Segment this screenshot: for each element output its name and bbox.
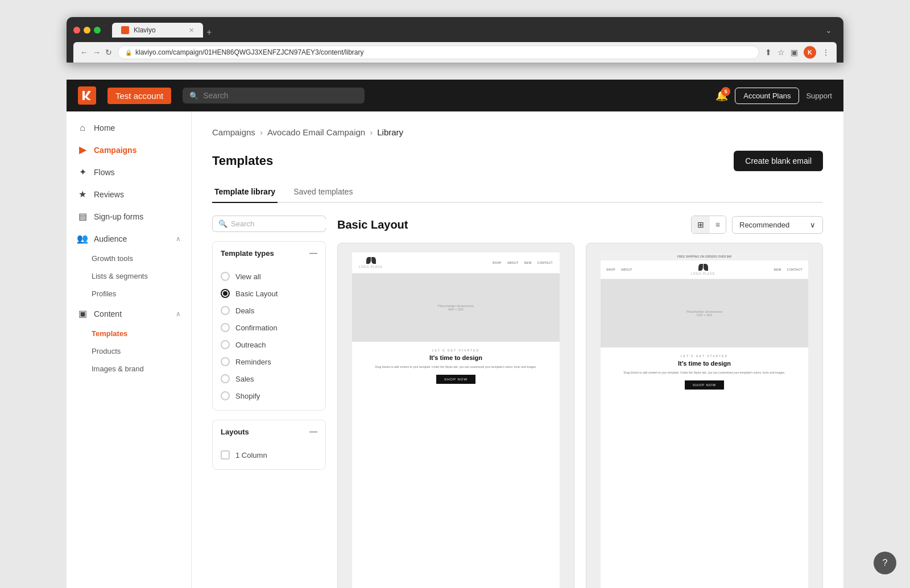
preview-body-text-1: Drag blocks to add content to your templ… [372,365,540,369]
reviews-icon: ★ [77,189,88,200]
logo-leaf-right-2 [704,264,708,271]
layouts-title: Layouts [221,428,249,436]
notifications-button[interactable]: 🔔 5 [715,89,728,102]
preview-body-1: LET'S GET STARTED It's time to design Dr… [352,342,560,588]
sidebar-item-signup-forms[interactable]: ▤ Sign-up forms [67,205,191,227]
refresh-button[interactable]: ↻ [105,48,112,57]
content-chevron: ∧ [176,310,181,318]
radio-outreach [221,340,230,349]
grid-view-button[interactable]: ⊞ [692,216,710,233]
sidebar-item-reviews[interactable]: ★ Reviews [67,183,191,205]
nav-search: 🔍 [183,88,365,103]
account-name[interactable]: Test account [107,88,171,104]
nav-search-input[interactable] [203,91,358,100]
url-bar[interactable]: 🔒 klaviyo.com/campaign/01HEN86QWGJ3XENFZ… [118,45,759,59]
sidebar-item-flows[interactable]: ✦ Flows [67,161,191,183]
filter-option-view-all[interactable]: View all [213,268,325,285]
new-tab-button[interactable]: + [206,27,212,38]
logo-leaf-left [366,257,371,264]
layouts-collapse[interactable]: — [309,427,317,436]
help-button[interactable]: ? [874,552,896,574]
sidebar-item-templates[interactable]: Templates [92,325,191,342]
create-blank-email-button[interactable]: Create blank email [734,151,823,171]
content-area: Campaigns › Avocado Email Campaign › Lib… [192,111,843,588]
sort-dropdown[interactable]: Recommended ∨ [732,216,823,234]
preview-body-2: LET'S GET STARTED It's time to design Dr… [601,347,808,588]
filter-option-sales[interactable]: Sales [213,370,325,387]
tab-template-library[interactable]: Template library [212,181,278,203]
filter-option-reminders[interactable]: Reminders [213,353,325,370]
list-view-button[interactable]: ≡ [710,216,726,233]
nav-search-icon: 🔍 [189,92,198,100]
filter-search-input[interactable] [231,220,326,228]
sort-label: Recommended [739,221,789,229]
sidebar-item-campaigns[interactable]: ▶ Campaigns [67,139,191,161]
preview-eyebrow-1: LET'S GET STARTED [432,349,479,352]
back-button[interactable]: ← [80,48,88,57]
preview-hero-1: Placeholder dimensions600 × 300 [352,274,560,342]
preview-logo-2: LOGO PLACE [691,264,715,275]
filter-option-confirmation[interactable]: Confirmation [213,319,325,336]
sidebar-label-reviews: Reviews [94,190,124,199]
nav-shop-2: SHOP [606,268,615,271]
preview-headline-2: It's time to design [678,360,731,367]
share-icon[interactable]: ⬆ [765,48,772,57]
browser-more-icon[interactable]: ⋮ [822,48,830,57]
bookmark-icon[interactable]: ☆ [777,48,785,57]
layouts-header: Layouts — [213,420,325,443]
template-types-collapse[interactable]: — [309,249,317,258]
breadcrumb-sep-1: › [260,127,263,137]
breadcrumb-campaign-name[interactable]: Avocado Email Campaign [267,127,365,137]
klaviyo-logo[interactable] [78,86,96,105]
filter-option-basic-layout[interactable]: Basic Layout [213,285,325,302]
preview-logo-icon-2 [698,264,708,271]
tab-favicon [121,26,129,34]
account-plans-button[interactable]: Account Plans [735,88,799,104]
maximize-dot[interactable] [94,27,101,34]
grid-controls: ⊞ ≡ Recommended ∨ [691,216,823,234]
notifications-badge: 5 [721,87,730,96]
sidebar-toggle-icon[interactable]: ▣ [791,48,798,57]
sidebar-item-growth-tools[interactable]: Growth tools [92,250,191,267]
sidebar-item-audience[interactable]: 👥 Audience ∧ [67,227,191,250]
sidebar-item-content[interactable]: ▣ Content ∧ [67,303,191,325]
sidebar-item-images-brand[interactable]: Images & brand [92,360,191,378]
flows-icon: ✦ [77,167,88,177]
filter-option-outreach[interactable]: Outreach [213,336,325,353]
browser-menu[interactable]: ⌄ [825,26,837,35]
minimize-dot[interactable] [84,27,90,34]
sidebar-item-lists-segments[interactable]: Lists & segments [92,267,191,285]
lock-icon: 🔒 [125,49,132,56]
filter-option-shopify[interactable]: Shopify [213,387,325,404]
radio-shopify [221,391,230,400]
layout-options: 1 Column [213,443,325,469]
template-card-1[interactable]: LOGO PLACE SHOP ABOUT NEW CONTACT [337,243,574,588]
breadcrumb-campaigns[interactable]: Campaigns [212,127,255,137]
close-dot[interactable] [73,27,80,34]
tab-close-button[interactable]: ✕ [189,27,194,34]
filter-search-icon: 🔍 [218,220,228,228]
filter-panel: 🔍 Template types — View all [212,216,326,588]
sidebar-item-profiles[interactable]: Profiles [92,285,191,303]
support-link[interactable]: Support [806,92,832,100]
nav-buttons: ← → ↻ [80,48,112,57]
browser-actions: ⬆ ☆ ▣ K ⋮ [765,46,830,59]
tab-saved-templates[interactable]: Saved templates [291,181,355,203]
template-card-2[interactable]: FREE SHIPPING ON ORDERS OVER $40 SHOP AB… [586,243,823,588]
campaigns-icon: ▶ [77,144,88,155]
sidebar-item-products[interactable]: Products [92,342,191,360]
sidebar-nav: ⌂ Home ▶ Campaigns ✦ Flows ★ Reviews ▤ [67,111,191,588]
active-browser-tab[interactable]: Klaviyo ✕ [112,23,203,38]
filter-search-box[interactable]: 🔍 [212,216,326,232]
profile-icon[interactable]: K [804,46,816,59]
filter-option-1-column[interactable]: 1 Column [213,446,325,463]
sidebar-item-home[interactable]: ⌂ Home [67,117,191,139]
template-grid: LOGO PLACE SHOP ABOUT NEW CONTACT [337,243,823,588]
filter-option-deals[interactable]: Deals [213,302,325,319]
preview-cta-1: SHOP NOW [436,375,475,384]
checkbox-1-column [221,450,230,459]
preview-hero-2: Placeholder dimensions520 × 300 [601,279,808,347]
sidebar-label-campaigns: Campaigns [94,146,136,155]
layouts-section: Layouts — 1 Column [212,420,326,470]
forward-button[interactable]: → [93,48,101,57]
